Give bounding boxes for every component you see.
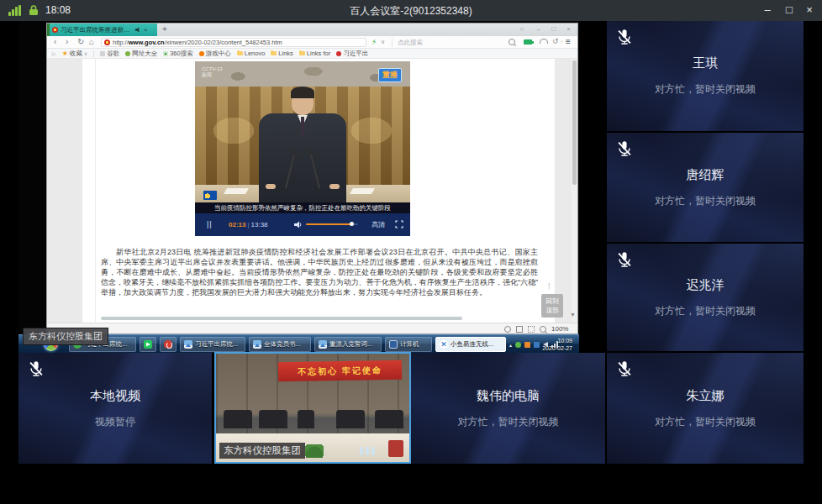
refresh-icon[interactable]: ↻ [77,37,84,46]
browser-minimize-icon[interactable]: – [537,25,540,33]
tab-favicon-icon [52,27,58,33]
browser-close-icon[interactable]: × [566,25,571,33]
minimize-button[interactable]: – [756,0,778,21]
tray-network-icon[interactable] [534,342,540,348]
emblem-icon [336,51,341,56]
back-to-top-arrow-icon[interactable]: ↑ [546,279,552,291]
home-icon[interactable]: ⌂ [89,37,94,46]
participant-status: 对方忙，暂时关闭视频 [655,415,756,429]
participant-tile[interactable]: 魏伟的电脑对方忙，暂时关闭视频 [411,353,605,464]
horizontal-scrollbar[interactable] [101,317,462,320]
bookmark-item[interactable]: 习近平出 [336,50,368,58]
bookmarks-bar: ▷ ★收藏∨ 谷歌 网址大全 360搜索 游戏中心 Lenovo Links L… [47,49,577,59]
volume-slider[interactable] [306,223,358,225]
status-speaker-icon[interactable] [528,326,535,333]
presenter-name-label: 东方科仪控股集团 [23,328,108,345]
new-tab-button[interactable]: + [162,24,167,34]
video-player[interactable]: CCTV-13新闻 重播 当前疫情防控形势依然严峻复杂，防控正处在最吃劲的关键阶… [195,61,410,236]
browser-restore-icon[interactable]: ○ [519,25,524,33]
page-zoom-level[interactable]: 100% [551,325,568,333]
tab-audio-icon [135,27,141,33]
forward-icon[interactable]: › [66,37,68,46]
status-window-icon[interactable] [516,326,523,333]
taskbar-window-photo3[interactable]: 重温入党誓词... [314,337,382,352]
tray-security-icon[interactable] [524,342,530,348]
close-button[interactable]: × [798,0,820,21]
game-center-icon [199,51,204,56]
volume-knob[interactable] [350,222,354,226]
bookmark-item[interactable]: 360搜索 [163,50,193,58]
menu-dot-icon: · [561,37,563,45]
pause-button[interactable]: || [207,220,213,228]
papers [224,188,249,194]
speed-mode-caret-icon[interactable]: ∨ [381,39,385,45]
bookmark-item[interactable]: Lenovo [237,50,266,57]
status-smiley-icon[interactable] [504,326,511,333]
search-icon[interactable] [508,39,515,45]
participant-name: 朱立娜 [687,388,725,404]
participant-tile[interactable]: 王琪对方忙，暂时关闭视频 [607,21,804,131]
taskbar-iqiyi[interactable] [140,337,156,352]
bookmark-item[interactable]: 游戏中心 [199,50,231,58]
playback-time: 02:13|13:38 [229,221,268,228]
favorites-button[interactable]: ★收藏∨ [62,50,88,58]
browser-tab[interactable]: 习近平出席统筹推进新冠肺... × [50,24,157,36]
bookmarks-collapse-icon[interactable]: ▷ [52,50,56,56]
scrollbar-thumb[interactable] [572,60,577,185]
folder-icon [237,51,243,55]
browser-statusbar: 100% [47,323,577,333]
screen-share-video-tile[interactable]: 不忘初心 牢记使命 东方科仪控股集团 [214,352,411,464]
shared-screen[interactable]: 习近平出席统筹推进新冠肺... × + ○ – □ × ‹ › ↻ ⌂ http… [18,21,579,353]
speed-mode-icon[interactable]: ⚡ [371,38,377,46]
volume-icon[interactable] [294,221,303,228]
bookmark-item[interactable]: Links for [299,50,330,57]
tray-antivirus-icon[interactable] [515,342,521,348]
taskbar-window-xiaoyu[interactable]: ✕小鱼易连无线... [435,337,506,352]
water-bottle [371,447,375,455]
tray-expand-icon[interactable]: ▴ [509,342,512,348]
vertical-scrollbar[interactable] [572,59,577,323]
player-controls: || 02:13|13:38 高清 [195,213,410,236]
extension-battery-icon[interactable] [524,39,532,45]
replay-badge: 重播 [378,68,402,82]
star-icon: ★ [62,50,68,57]
tab-close-icon[interactable]: × [144,26,148,34]
site-360-icon [163,51,168,56]
article-paragraph: 新华社北京2月23日电 统筹推进新冠肺炎疫情防控和经济社会发展工作部署会议23日… [101,247,538,297]
search-placeholder: 点此搜索 [398,39,423,47]
bookmark-item[interactable]: 网址大全 [125,50,157,58]
headset-icon[interactable] [540,39,548,44]
maximize-button[interactable]: □ [778,0,800,21]
bookmark-item[interactable]: Links [271,50,293,57]
browser-maximize-icon[interactable]: □ [551,25,556,33]
taskbar-window-computer[interactable]: 计算机 [385,337,432,352]
volume-fill [306,223,351,225]
taskbar-netease-music[interactable] [160,337,177,352]
hd-quality-button[interactable]: 高清 [371,220,385,229]
status-zoom-icon[interactable] [540,326,546,333]
taskbar-clock[interactable]: 10:092020-02-27 [542,337,572,352]
back-to-top-button[interactable]: 回到顶部 [541,294,563,318]
taskbar-window-photo1[interactable]: 习近平出席统... [180,337,245,352]
webpage-viewport: CCTV-13新闻 重播 当前疫情防控形势依然严峻复杂，防控正处在最吃劲的关键阶… [47,59,577,323]
participant-tile[interactable]: 朱立娜对方忙，暂时关闭视频 [607,353,804,464]
computer-icon [389,340,398,349]
history-undo-icon[interactable]: ↺ [552,37,559,45]
taskbar-window-photo2[interactable]: 全体党员书... [249,337,311,352]
netease-music-icon [164,340,172,349]
search-input[interactable]: 点此搜索 [392,38,506,47]
fullscreen-icon[interactable] [395,220,403,228]
local-video-tile[interactable]: 本地视频视频暂停 [18,353,212,464]
participant-tile[interactable]: 唐绍辉对方忙，暂时关闭视频 [607,133,804,242]
site-ball-icon [125,51,130,56]
bookmark-item[interactable]: 谷歌 [100,50,119,58]
page-divider [95,59,96,323]
participant-tile[interactable]: 迟兆洋对方忙，暂时关闭视频 [607,244,804,351]
browser-menu-icon[interactable]: ≡ [566,37,571,46]
url-bar[interactable]: http://www.gov.cn/xinwen/2020-02/23/cont… [101,38,366,47]
red-banner: 不忘初心 牢记使命 [277,360,402,382]
participant-name: 王琪 [693,55,718,71]
back-icon[interactable]: ‹ [54,37,56,46]
scroll-down-icon[interactable]: ▼ [570,312,576,318]
red-flag-box [388,440,403,457]
